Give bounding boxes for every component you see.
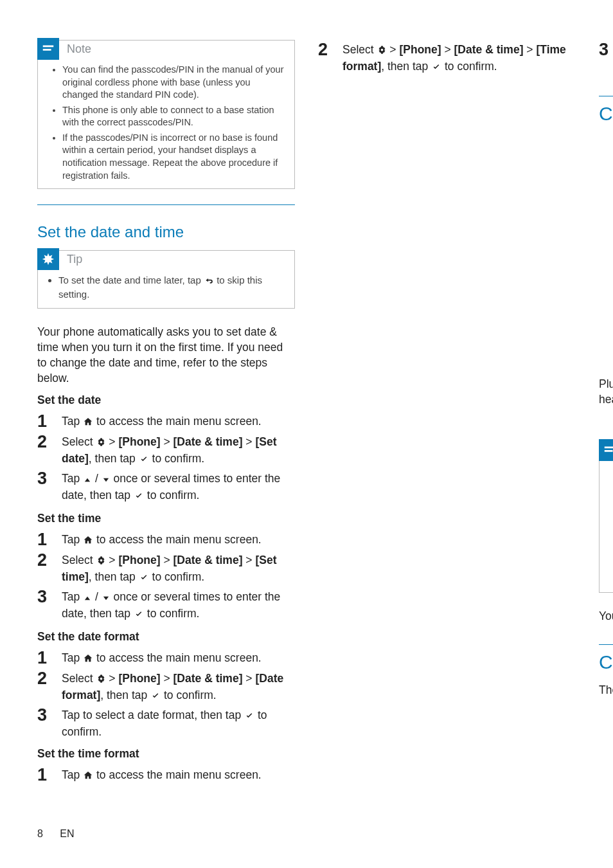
- note-label: Note: [67, 42, 91, 56]
- down-icon: [102, 590, 111, 606]
- subheading-set-time: Set the time: [37, 511, 295, 526]
- step: 2 Select > [Phone] > [Date & time] > [Ti…: [318, 40, 576, 75]
- note-item: This phone is only able to connect to a …: [62, 104, 285, 129]
- step: 1 Tap to access the main menu screen.: [37, 648, 295, 667]
- heading-check-battery: Check the battery level: [599, 651, 613, 673]
- check-icon: [244, 709, 254, 724]
- back-icon: [204, 275, 214, 288]
- step: 2 Select > [Phone] > [Date & time] > [Se…: [37, 432, 295, 467]
- note-box: Note You can find the passcodes/PIN in t…: [37, 40, 295, 189]
- svg-rect-0: [43, 46, 54, 48]
- down-icon: [102, 472, 111, 487]
- up-icon: [83, 472, 92, 487]
- check-icon: [431, 60, 441, 75]
- note-box: Note Make sure that you switch on the ph…: [599, 441, 613, 593]
- tip-box: Tip To set the date and time later, tap …: [37, 250, 295, 309]
- heading-set-date-time: Set the date and time: [37, 223, 295, 241]
- note-icon: [37, 38, 59, 60]
- step: 3 Tap / once or several times to enter t…: [37, 587, 295, 622]
- page-footer: 8 EN: [37, 828, 75, 840]
- check-icon: [139, 452, 149, 467]
- home-icon: [83, 768, 93, 784]
- charge-body: Plug the charging adapter into the heads…: [599, 376, 613, 407]
- svg-rect-1: [43, 49, 51, 51]
- section-divider: [37, 204, 295, 205]
- check-icon: [134, 489, 144, 504]
- page-number: 8: [37, 828, 43, 839]
- note-item: You can find the passcodes/PIN in the ma…: [62, 64, 285, 102]
- check-icon: [134, 607, 144, 622]
- section-divider: [599, 644, 613, 645]
- battery-body: The battery icon displays the current ba…: [599, 682, 613, 698]
- settings-icon: [96, 554, 106, 569]
- step: 1 Tap to access the main menu screen.: [37, 411, 295, 430]
- page-lang: EN: [60, 828, 74, 839]
- step: 2 Select > [Phone] > [Date & time] > [Se…: [37, 550, 295, 586]
- section-divider: [599, 96, 613, 96]
- home-icon: [83, 651, 93, 667]
- step: 3 Tap / once or several times to enter t…: [37, 469, 295, 504]
- intro-paragraph: Your phone automatically asks you to set…: [37, 324, 295, 386]
- settings-icon: [96, 435, 106, 451]
- step: 3 Tap to select a date format, then tap …: [37, 705, 295, 739]
- check-icon: [150, 689, 161, 704]
- ready-text: Your phone is now ready to use.: [599, 608, 613, 624]
- tip-label: Tip: [67, 253, 82, 266]
- settings-icon: [96, 672, 106, 687]
- check-icon: [139, 570, 149, 586]
- step: 1 Tap to access the main menu screen.: [37, 765, 295, 784]
- home-icon: [83, 533, 93, 548]
- svg-rect-17: [605, 450, 613, 452]
- tip-icon: [37, 248, 59, 270]
- note-icon: [599, 439, 613, 461]
- step: 2 Select > [Phone] > [Date & time] > [Da…: [37, 669, 295, 704]
- tip-item: To set the date and time later, tap to s…: [58, 274, 285, 302]
- svg-rect-16: [605, 446, 613, 448]
- up-icon: [83, 590, 92, 606]
- step: 3 Tap to select a time format, then tap …: [599, 40, 613, 74]
- home-icon: [83, 415, 93, 430]
- subheading-set-date-format: Set the date format: [37, 629, 295, 644]
- step: 1 Tap to access the main menu screen.: [37, 530, 295, 548]
- note-item: If the passcodes/PIN is incorrect or no …: [62, 132, 285, 182]
- subheading-set-date: Set the date: [37, 392, 295, 408]
- charging-illustration: [599, 134, 613, 368]
- subheading-set-time-format: Set the time format: [37, 746, 295, 761]
- settings-icon: [377, 43, 387, 59]
- heading-charge-phone: Charge the phone: [599, 103, 613, 125]
